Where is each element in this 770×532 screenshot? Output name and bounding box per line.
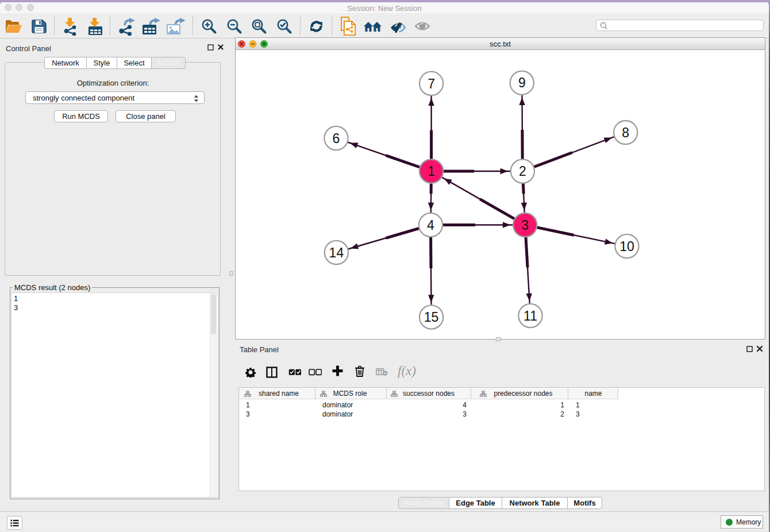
svg-text:10: 10 — [619, 239, 634, 254]
svg-text:11: 11 — [523, 309, 537, 323]
svg-text:14: 14 — [329, 245, 344, 260]
svg-text:4: 4 — [427, 218, 434, 233]
svg-text:9: 9 — [518, 75, 526, 90]
svg-text:3: 3 — [521, 218, 529, 233]
svg-text:1: 1 — [428, 164, 435, 179]
svg-text:2: 2 — [519, 164, 526, 179]
svg-text:8: 8 — [622, 125, 629, 140]
svg-text:7: 7 — [428, 76, 435, 91]
svg-text:15: 15 — [424, 310, 439, 325]
svg-text:6: 6 — [333, 131, 340, 146]
